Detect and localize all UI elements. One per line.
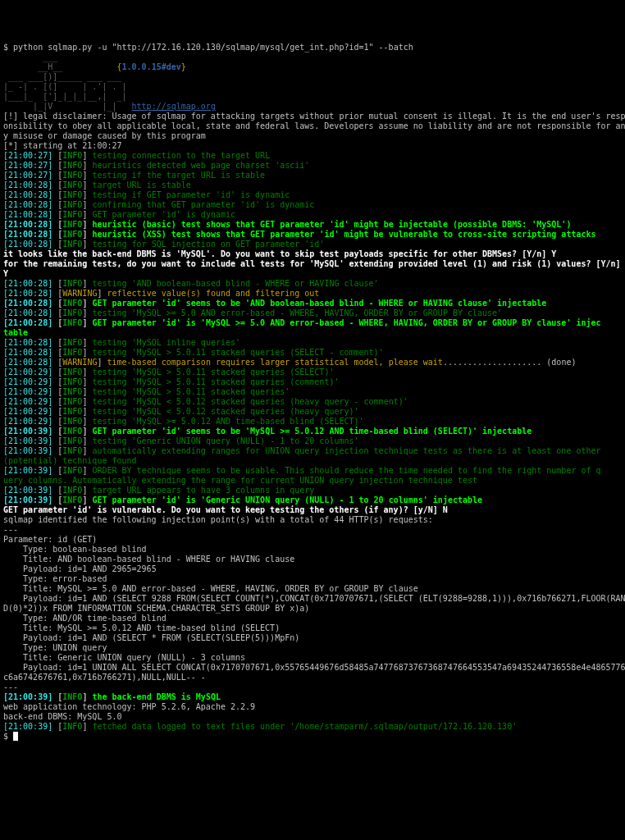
log-line: [21:00:28] [INFO] heuristic (XSS) test s… (3, 230, 625, 240)
backend-dbms-line: [21:00:39] [INFO] the back-end DBMS is M… (3, 692, 625, 702)
user-prompt: it looks like the back-end DBMS is 'MySQ… (3, 249, 625, 259)
log-line: [21:00:28] [INFO] testing for SQL inject… (3, 240, 625, 249)
log-line: [21:00:28] [INFO] heuristic (basic) test… (3, 220, 625, 230)
log-line: [21:00:39] [INFO] target URL appears to … (3, 486, 625, 495)
backend-dbms: back-end DBMS: MySQL 5.0 (3, 712, 625, 722)
log-line: [21:00:28] [INFO] GET parameter 'id' is … (3, 210, 625, 220)
log-line: [21:00:39] [INFO] GET parameter 'id' is … (3, 495, 625, 505)
disclaimer: [!] legal disclaimer: Usage of sqlmap fo… (3, 112, 625, 141)
starting-line: [*] starting at 21:00:27 (3, 141, 625, 151)
log-line: [21:00:28] [INFO] confirming that GET pa… (3, 200, 625, 210)
user-prompt: for the remaining tests, do you want to … (3, 259, 625, 279)
sqlmap-url[interactable]: http://sqlmap.org (132, 102, 216, 111)
parameter-header: Parameter: id (GET) (3, 535, 625, 545)
log-line: [21:00:28] [WARNING] time-based comparis… (3, 358, 625, 368)
user-prompt: GET parameter 'id' is vulnerable. Do you… (3, 505, 625, 515)
log-line: [21:00:28] [WARNING] reflective value(s)… (3, 289, 625, 299)
log-line: [21:00:28] [INFO] testing 'MySQL >= 5.0 … (3, 308, 625, 318)
log-line: [21:00:29] [INFO] testing 'MySQL > 5.0.1… (3, 368, 625, 377)
log-line: [21:00:39] [INFO] testing 'Generic UNION… (3, 436, 625, 446)
log-line: [21:00:28] [INFO] target URL is stable (3, 180, 625, 190)
log-line: [21:00:28] [INFO] testing 'MySQL inline … (3, 338, 625, 348)
log-line: [21:00:29] [INFO] testing 'MySQL < 5.0.1… (3, 407, 625, 417)
log-line: [21:00:29] [INFO] testing 'MySQL >= 5.0.… (3, 417, 625, 427)
log-line: [21:00:28] [INFO] testing if GET paramet… (3, 190, 625, 200)
shell-prompt[interactable]: $ (3, 732, 625, 742)
log-line: [21:00:29] [INFO] testing 'MySQL > 5.0.1… (3, 377, 625, 387)
log-line: [21:00:28] [INFO] testing 'AND boolean-b… (3, 279, 625, 289)
command-line[interactable]: $ python sqlmap.py -u "http://172.16.120… (3, 43, 625, 52)
log-line: [21:00:29] [INFO] testing 'MySQL < 5.0.1… (3, 397, 625, 407)
webapp-tech: web application technology: PHP 5.2.6, A… (3, 702, 625, 712)
log-line: [21:00:39] [INFO] GET parameter 'id' see… (3, 427, 625, 436)
log-line: [21:00:27] [INFO] testing if the target … (3, 171, 625, 180)
terminal[interactable]: $ python sqlmap.py -u "http://172.16.120… (3, 43, 625, 742)
cursor-icon (13, 732, 18, 741)
log-line: [21:00:29] [INFO] testing 'MySQL > 5.0.1… (3, 387, 625, 397)
log-line: [21:00:39] [INFO] fetched data logged to… (3, 722, 625, 732)
log-line: [21:00:27] [INFO] heuristics detected we… (3, 161, 625, 171)
log-line: [21:00:28] [INFO] testing 'MySQL > 5.0.1… (3, 348, 625, 358)
identified-line: sqlmap identified the following injectio… (3, 515, 625, 525)
log-line: [21:00:28] [INFO] GET parameter 'id' see… (3, 299, 625, 308)
log-line: [21:00:27] [INFO] testing connection to … (3, 151, 625, 161)
